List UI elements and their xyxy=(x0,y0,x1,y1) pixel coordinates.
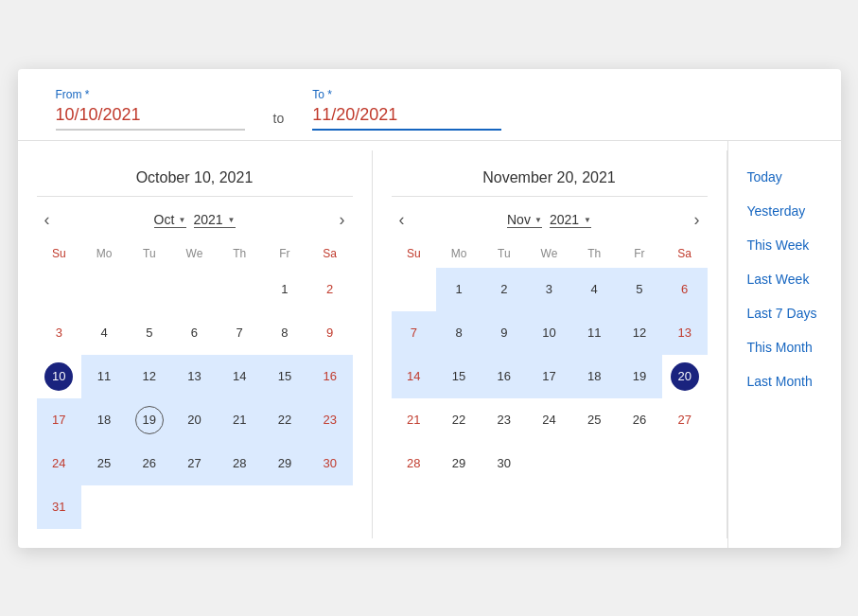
right-day-cell[interactable]: 5 xyxy=(617,268,662,311)
left-day-cell[interactable]: 16 xyxy=(307,355,353,398)
right-day-cell[interactable]: 17 xyxy=(527,355,572,398)
left-prev-button[interactable]: ‹ xyxy=(37,206,58,234)
left-day-cell[interactable]: 21 xyxy=(217,398,262,442)
right-calendar: November 20, 2021 ‹ Nov 2021 xyxy=(373,150,727,538)
right-header-th: Th xyxy=(571,243,617,264)
right-prev-button[interactable]: ‹ xyxy=(392,206,412,234)
right-day-cell[interactable]: 10 xyxy=(527,311,572,355)
left-day-cell[interactable]: 6 xyxy=(172,311,218,355)
left-day-cell[interactable]: 15 xyxy=(262,355,307,398)
right-month-select[interactable]: Nov xyxy=(507,212,542,228)
right-day-cell[interactable]: 30 xyxy=(482,442,527,485)
left-day-cell[interactable]: 11 xyxy=(81,355,127,398)
right-day-cell[interactable]: 19 xyxy=(617,355,662,398)
right-day-cell[interactable]: 9 xyxy=(482,311,527,355)
right-day-cell[interactable]: 27 xyxy=(662,398,708,442)
right-days-grid: 1234567891011121314151617181920212223242… xyxy=(392,268,708,485)
right-day-cell[interactable]: 22 xyxy=(436,398,482,442)
right-day-cell[interactable]: 15 xyxy=(436,355,482,398)
shortcut-today[interactable]: Today xyxy=(728,160,841,194)
left-day-cell[interactable]: 20 xyxy=(172,398,218,442)
left-day-cell[interactable]: 30 xyxy=(307,442,353,485)
left-day-cell[interactable]: 19 xyxy=(127,398,172,442)
to-value[interactable]: 11/20/2021 xyxy=(312,105,501,131)
right-header-su: Su xyxy=(392,243,437,264)
left-day-cell[interactable]: 29 xyxy=(262,442,307,485)
right-next-button[interactable]: › xyxy=(687,206,708,234)
left-day-cell[interactable]: 25 xyxy=(81,442,127,485)
right-day-cell[interactable]: 24 xyxy=(527,398,572,442)
left-month-wrapper: Oct xyxy=(154,211,186,228)
right-day-cell[interactable]: 20 xyxy=(662,355,708,398)
right-year-wrapper: 2021 xyxy=(550,211,591,228)
left-calendar-title: October 10, 2021 xyxy=(37,160,353,197)
left-year-select[interactable]: 2021 xyxy=(194,212,236,228)
right-day-cell[interactable]: 7 xyxy=(392,311,437,355)
left-calendar-grid: Su Mo Tu We Th Fr Sa 1234567891011121314… xyxy=(37,243,353,529)
from-value[interactable]: 10/10/2021 xyxy=(56,105,245,131)
from-input-group: From * 10/10/2021 xyxy=(56,88,245,131)
left-day-cell[interactable]: 31 xyxy=(37,485,82,529)
left-next-button[interactable]: › xyxy=(332,206,353,234)
left-month-select[interactable]: Oct xyxy=(154,212,186,228)
right-day-cell[interactable]: 16 xyxy=(482,355,527,398)
left-day-cell[interactable]: 28 xyxy=(217,442,262,485)
shortcut-last-7-days[interactable]: Last 7 Days xyxy=(728,296,841,330)
left-day-cell[interactable]: 5 xyxy=(127,311,172,355)
left-day-cell[interactable]: 3 xyxy=(37,311,82,355)
right-day-cell[interactable]: 3 xyxy=(527,268,572,311)
right-day-cell[interactable]: 12 xyxy=(617,311,662,355)
left-day-cell[interactable]: 2 xyxy=(307,268,353,311)
left-day-headers: Su Mo Tu We Th Fr Sa xyxy=(37,243,353,264)
left-days-grid: 1234567891011121314151617181920212223242… xyxy=(37,268,353,529)
left-day-cell[interactable]: 1 xyxy=(262,268,307,311)
left-day-cell[interactable]: 23 xyxy=(307,398,353,442)
right-day-cell[interactable]: 4 xyxy=(571,268,617,311)
left-day-cell xyxy=(217,268,262,311)
right-day-cell[interactable]: 14 xyxy=(392,355,437,398)
left-header-sa: Sa xyxy=(307,243,353,264)
right-day-cell[interactable]: 13 xyxy=(662,311,708,355)
right-day-cell[interactable]: 2 xyxy=(482,268,527,311)
right-year-select[interactable]: 2021 xyxy=(550,212,591,228)
shortcut-last-month[interactable]: Last Month xyxy=(728,364,841,398)
date-picker: From * 10/10/2021 to To * 11/20/2021 Oct… xyxy=(18,69,841,548)
right-day-cell[interactable]: 1 xyxy=(436,268,482,311)
left-day-cell[interactable]: 10 xyxy=(37,355,82,398)
left-day-cell[interactable]: 9 xyxy=(307,311,353,355)
right-day-cell[interactable]: 21 xyxy=(392,398,437,442)
left-day-cell[interactable]: 12 xyxy=(127,355,172,398)
right-day-cell[interactable]: 26 xyxy=(617,398,662,442)
left-day-cell[interactable]: 26 xyxy=(127,442,172,485)
shortcut-this-week[interactable]: This Week xyxy=(728,228,841,262)
left-header-tu: Tu xyxy=(127,243,172,264)
left-header-su: Su xyxy=(37,243,82,264)
left-day-cell[interactable]: 18 xyxy=(81,398,127,442)
shortcut-this-month[interactable]: This Month xyxy=(728,330,841,364)
left-day-cell[interactable]: 22 xyxy=(262,398,307,442)
right-day-cell[interactable]: 25 xyxy=(571,398,617,442)
left-day-cell[interactable]: 13 xyxy=(172,355,218,398)
left-day-cell[interactable]: 24 xyxy=(37,442,82,485)
left-day-cell[interactable]: 8 xyxy=(262,311,307,355)
to-input-group: To * 11/20/2021 xyxy=(312,88,501,131)
left-day-cell[interactable]: 14 xyxy=(217,355,262,398)
right-day-cell[interactable]: 28 xyxy=(392,442,437,485)
right-day-cell[interactable]: 11 xyxy=(571,311,617,355)
right-day-cell[interactable]: 18 xyxy=(571,355,617,398)
shortcut-last-week[interactable]: Last Week xyxy=(728,262,841,296)
right-header-fr: Fr xyxy=(617,243,662,264)
shortcut-yesterday[interactable]: Yesterday xyxy=(728,194,841,228)
left-day-cell[interactable]: 17 xyxy=(37,398,82,442)
right-day-cell[interactable]: 29 xyxy=(436,442,482,485)
right-day-cell[interactable]: 6 xyxy=(662,268,708,311)
left-header-we: We xyxy=(172,243,218,264)
to-separator: to xyxy=(273,111,285,126)
left-day-cell[interactable]: 27 xyxy=(172,442,218,485)
left-header-th: Th xyxy=(217,243,262,264)
left-day-cell[interactable]: 7 xyxy=(217,311,262,355)
right-day-cell[interactable]: 8 xyxy=(436,311,482,355)
left-day-cell[interactable]: 4 xyxy=(81,311,127,355)
right-day-cell[interactable]: 23 xyxy=(482,398,527,442)
left-header-fr: Fr xyxy=(262,243,307,264)
